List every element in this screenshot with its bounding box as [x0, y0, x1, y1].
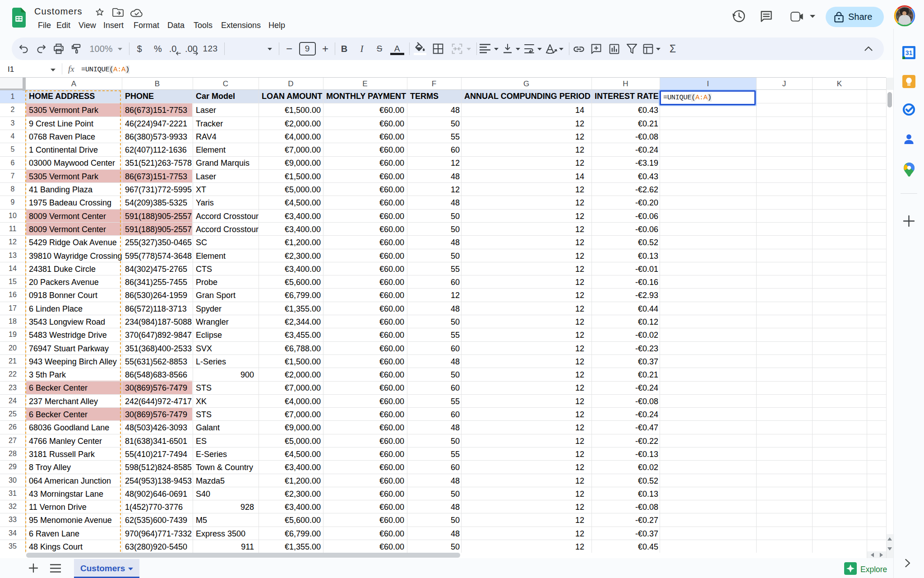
svg-text:31: 31 — [906, 49, 913, 56]
